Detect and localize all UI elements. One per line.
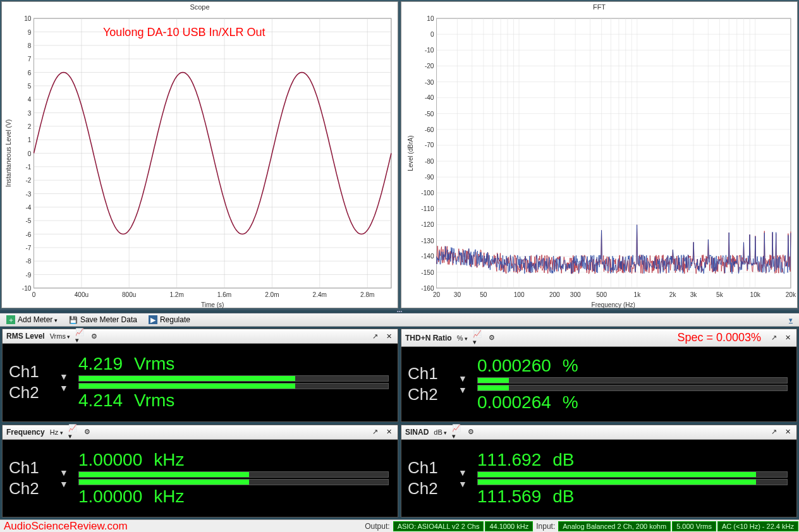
- popout-icon[interactable]: ↗: [769, 427, 779, 437]
- rms-graph-icon[interactable]: 📈▾: [75, 331, 85, 341]
- fft-chart[interactable]: FFT 100: [401, 1, 798, 308]
- freq-body: Ch1 ▼ 1.00000kHz Ch2 ▼ 1.00000kHz: [3, 440, 398, 517]
- sinad-header: SINAD dB 📈▾ ⚙ ↗ ✕: [401, 425, 796, 440]
- freq-unit-dropdown[interactable]: Hz: [49, 428, 64, 436]
- close-icon[interactable]: ✕: [384, 427, 394, 437]
- svg-text:10: 10: [427, 15, 434, 22]
- svg-rect-59: [437, 18, 791, 288]
- svg-text:-80: -80: [425, 158, 434, 165]
- svg-text:30: 30: [454, 291, 461, 298]
- rms-ch2-row: Ch2 ▼ 4.214Vrms: [9, 383, 391, 418]
- thdn-spec: Spec = 0.0003%: [677, 331, 761, 344]
- close-icon[interactable]: ✕: [783, 333, 793, 343]
- svg-text:5k: 5k: [716, 291, 724, 298]
- add-meter-label: Add Meter: [18, 315, 58, 324]
- svg-text:0: 0: [430, 31, 434, 38]
- sinad-ch1-row: Ch1 ▼ 111.692dB: [408, 443, 790, 478]
- thdn-ch2-valuearea: 0.000264%: [477, 385, 788, 413]
- svg-text:-2: -2: [25, 177, 31, 184]
- input-label: Input:: [534, 522, 558, 531]
- chevron-down-icon[interactable]: ▼: [458, 385, 475, 395]
- input-vrms-chip[interactable]: 5.000 Vrms: [672, 521, 716, 531]
- svg-text:0: 0: [28, 150, 32, 157]
- svg-text:0: 0: [32, 291, 36, 298]
- save-icon: 💾: [69, 315, 78, 324]
- output-rate-chip[interactable]: 44.1000 kHz: [485, 521, 533, 531]
- charts-row: Scope: [0, 0, 799, 310]
- thdn-title: THD+N Ratio: [405, 334, 452, 342]
- rms-body: Ch1 ▼ 4.219Vrms Ch2 ▼ 4.214Vrms: [3, 344, 398, 421]
- freq-ch2-value: 1.00000kHz: [78, 487, 389, 507]
- add-meter-button[interactable]: ＋ Add Meter: [4, 315, 60, 325]
- close-icon[interactable]: ✕: [783, 427, 793, 437]
- freq-graph-icon[interactable]: 📈▾: [68, 427, 78, 437]
- svg-text:-120: -120: [421, 221, 434, 228]
- rms-ch2-label: Ch2: [9, 383, 59, 402]
- scope-xlabel: Time (s): [201, 301, 224, 308]
- svg-text:-70: -70: [425, 142, 434, 148]
- sinad-ch2-bar: [477, 479, 788, 485]
- svg-text:3k: 3k: [690, 291, 698, 298]
- thdn-header: THD+N Ratio % 📈▾ ⚙ Spec = 0.0003% ↗ ✕: [401, 329, 796, 347]
- output-device-chip[interactable]: ASIO: ASIO4ALL v2 2 Chs: [393, 521, 484, 531]
- input-bw-chip[interactable]: AC (<10 Hz) - 22.4 kHz: [717, 521, 798, 531]
- svg-text:-100: -100: [421, 190, 434, 196]
- chevron-down-icon[interactable]: ▼: [59, 479, 76, 489]
- rms-ch2-valuearea: 4.214Vrms: [78, 383, 389, 411]
- svg-text:2.4m: 2.4m: [313, 291, 327, 298]
- freq-ch1-valuearea: 1.00000kHz: [78, 450, 389, 478]
- chevron-down-icon[interactable]: ▼: [458, 479, 475, 489]
- thdn-panel: THD+N Ratio % 📈▾ ⚙ Spec = 0.0003% ↗ ✕ Ch…: [401, 329, 797, 422]
- chevron-down-icon[interactable]: ▼: [59, 372, 76, 382]
- popout-icon[interactable]: ↗: [370, 427, 380, 437]
- svg-text:-60: -60: [425, 126, 434, 133]
- svg-text:2k: 2k: [669, 291, 677, 298]
- rms-unit-dropdown[interactable]: Vrms: [49, 332, 72, 340]
- chevron-down-icon[interactable]: ▼: [458, 468, 475, 478]
- sinad-panel: SINAD dB 📈▾ ⚙ ↗ ✕ Ch1 ▼ 111.692dB: [401, 425, 797, 518]
- gear-icon[interactable]: ⚙: [82, 427, 92, 437]
- input-device-chip[interactable]: Analog Balanced 2 Ch, 200 kohm: [558, 521, 671, 531]
- sinad-graph-icon[interactable]: 📈▾: [452, 427, 462, 437]
- svg-text:2: 2: [28, 123, 32, 130]
- chevron-down-icon[interactable]: ▼: [458, 373, 475, 384]
- thdn-ch2-value: 0.000264%: [477, 392, 788, 413]
- scope-annotation: Youlong DA-10 USB In/XLR Out: [103, 26, 265, 39]
- freq-title: Frequency: [6, 428, 45, 437]
- svg-text:-3: -3: [25, 191, 31, 198]
- rms-ch1-valuearea: 4.219Vrms: [78, 354, 389, 382]
- scope-title: Scope: [2, 2, 398, 12]
- svg-text:-130: -130: [421, 238, 434, 245]
- freq-ch2-label: Ch2: [9, 479, 59, 499]
- chevron-down-icon[interactable]: ▼: [59, 468, 76, 478]
- svg-text:50: 50: [480, 291, 487, 298]
- freq-ch1-value: 1.00000kHz: [78, 450, 389, 470]
- freq-header: Frequency Hz 📈▾ ⚙ ↗ ✕: [3, 425, 398, 440]
- thdn-graph-icon[interactable]: 📈▾: [473, 333, 483, 343]
- rms-ch2-bar: [78, 383, 389, 389]
- svg-text:-8: -8: [25, 258, 31, 265]
- thdn-unit-dropdown[interactable]: %: [456, 334, 469, 342]
- gear-icon[interactable]: ⚙: [466, 427, 476, 437]
- rms-ch1-row: Ch1 ▼ 4.219Vrms: [9, 347, 391, 382]
- svg-text:2.8m: 2.8m: [360, 291, 374, 298]
- gear-icon[interactable]: ⚙: [487, 333, 497, 343]
- svg-text:1: 1: [28, 136, 32, 143]
- svg-text:1.2m: 1.2m: [169, 291, 183, 298]
- regulate-button[interactable]: ▶ Regulate: [146, 315, 193, 325]
- popout-icon[interactable]: ↗: [769, 333, 779, 343]
- save-meter-button[interactable]: 💾 Save Meter Data: [66, 315, 140, 325]
- svg-text:-6: -6: [25, 231, 31, 238]
- sinad-body: Ch1 ▼ 111.692dB Ch2 ▼ 111.569dB: [401, 440, 796, 517]
- minimize-icon[interactable]: ▾: [786, 315, 795, 324]
- rms-ch1-label: Ch1: [9, 362, 59, 382]
- close-icon[interactable]: ✕: [384, 331, 394, 341]
- gear-icon[interactable]: ⚙: [89, 331, 99, 341]
- chevron-down-icon[interactable]: ▼: [59, 383, 76, 393]
- scope-chart[interactable]: Scope: [1, 1, 398, 308]
- svg-text:-1: -1: [25, 164, 31, 171]
- scope-plot-area: 1098 765 432 10-1 -2-3-4 -5-6-7 -8-9-10 …: [2, 12, 398, 314]
- thdn-ch1-label: Ch1: [408, 364, 458, 384]
- sinad-unit-dropdown[interactable]: dB: [432, 428, 448, 436]
- popout-icon[interactable]: ↗: [370, 331, 380, 341]
